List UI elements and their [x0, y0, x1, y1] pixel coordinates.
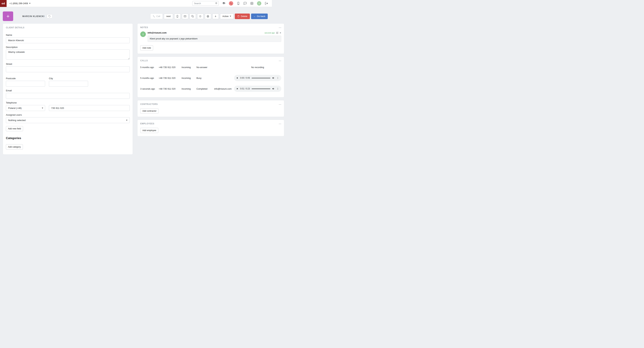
- city-field[interactable]: [49, 81, 88, 87]
- client-details-card: CLIENT DETAILS Name Description Ważny cz…: [3, 24, 133, 154]
- email-button[interactable]: [182, 14, 188, 19]
- volume-icon[interactable]: [272, 87, 275, 90]
- call-button[interactable]: Call: [150, 14, 163, 19]
- tags-button[interactable]: [47, 15, 52, 18]
- street-label: Street: [6, 63, 130, 65]
- collapse-icon[interactable]: —: [279, 122, 281, 125]
- email-field[interactable]: [6, 93, 130, 99]
- mobile-button[interactable]: [174, 14, 181, 19]
- user-avatar[interactable]: I: [257, 1, 261, 6]
- play-button[interactable]: [236, 77, 238, 79]
- print-button[interactable]: [205, 14, 211, 19]
- brand-logo: od: [0, 0, 6, 7]
- compress-button[interactable]: [197, 14, 204, 19]
- client-details-title: CLIENT DETAILS: [6, 26, 24, 29]
- note-item: I info@riseuni.com second ago ×: [140, 32, 281, 42]
- copy-button[interactable]: [190, 14, 196, 19]
- contractors-card: CONTRACTORS — Add contractor: [137, 100, 284, 117]
- call-number: +48 735 911 020: [159, 66, 179, 69]
- education-icon[interactable]: [222, 2, 226, 5]
- employees-card: EMPLOYEES — Add employee: [137, 120, 284, 136]
- add-employee-button[interactable]: Add employee: [140, 128, 158, 133]
- main-content: CLIENT DETAILS Name Description Ważny cz…: [0, 24, 272, 159]
- trash-icon: [237, 15, 240, 18]
- assigned-users-dropdown[interactable]: Nothing selected: [6, 117, 130, 123]
- player-menu-icon[interactable]: [276, 77, 279, 79]
- go-back-button[interactable]: ← Go back: [251, 14, 268, 19]
- player-time: 0:00 / 0:05: [240, 77, 250, 79]
- name-field[interactable]: [6, 37, 130, 43]
- call-row: 3 seconds ago +48 735 911 020 Incoming C…: [140, 83, 281, 94]
- collapse-icon[interactable]: —: [279, 103, 281, 105]
- call-status: Completed: [196, 88, 212, 90]
- download-button[interactable]: [212, 14, 219, 19]
- call-status: Busy: [196, 77, 212, 79]
- email-label: Email: [6, 89, 130, 92]
- search-settings-icon[interactable]: [215, 2, 218, 4]
- add-client-button[interactable]: +: [3, 12, 13, 21]
- search-input[interactable]: [192, 1, 219, 6]
- arrow-left-icon: ←: [254, 15, 256, 18]
- grid-icon[interactable]: [250, 2, 254, 5]
- collapse-icon[interactable]: —: [279, 59, 281, 62]
- call-button-label: Call: [156, 15, 160, 18]
- top-navbar: od +1 (858) 299-2408: [0, 0, 272, 7]
- call-time: 5 months ago: [140, 77, 156, 79]
- chevron-down-icon: [126, 120, 128, 121]
- delete-button[interactable]: Delete: [235, 14, 250, 19]
- header-actions: Call next Active: [150, 14, 268, 19]
- search-box: [192, 1, 219, 6]
- call-row: 5 months ago +48 735 911 020 Incoming No…: [140, 62, 281, 73]
- go-back-label: Go back: [257, 15, 265, 18]
- postcode-field[interactable]: [6, 81, 45, 87]
- add-category-button[interactable]: Add category: [6, 144, 23, 149]
- chevron-down-icon: [29, 3, 30, 4]
- plus-icon: +: [6, 14, 10, 19]
- logout-icon[interactable]: [265, 2, 268, 5]
- employees-title: EMPLOYEES: [140, 122, 154, 125]
- call-row: 5 months ago +48 735 911 020 Incoming Bu…: [140, 73, 281, 83]
- add-contractor-button[interactable]: Add contractor: [140, 108, 158, 114]
- call-agent-email: info@riseuni.com: [214, 88, 232, 90]
- seek-bar[interactable]: [252, 89, 270, 89]
- call-time: 5 months ago: [140, 66, 156, 69]
- call-number: +48 735 911 020: [159, 77, 179, 79]
- active-dropdown[interactable]: Active: [220, 14, 234, 19]
- calls-title: CALLS: [140, 59, 148, 62]
- seek-bar[interactable]: [252, 78, 270, 78]
- country-code-select[interactable]: Poland (+48): [6, 105, 45, 111]
- add-note-button[interactable]: Add note: [140, 45, 153, 51]
- chevron-down-icon: [230, 16, 231, 17]
- volume-icon[interactable]: [272, 77, 275, 79]
- audio-player: 0:01 / 0:23: [234, 86, 281, 92]
- chat-icon[interactable]: [244, 2, 247, 5]
- edit-note-icon[interactable]: [276, 32, 278, 34]
- description-field[interactable]: Ważny człowiek: [6, 50, 130, 60]
- player-menu-icon[interactable]: [276, 88, 279, 90]
- caller-id-selector[interactable]: +1 (858) 299-2408: [9, 2, 30, 5]
- phone-status-icon[interactable]: [229, 1, 233, 6]
- street-field[interactable]: [6, 66, 130, 72]
- play-button[interactable]: [236, 88, 238, 90]
- call-number: +48 735 911 020: [159, 88, 179, 90]
- assigned-users-label: Assigned users: [6, 114, 130, 116]
- call-time: 3 seconds ago: [140, 88, 156, 90]
- next-button[interactable]: next: [164, 14, 173, 19]
- postcode-label: Postcode: [6, 77, 45, 80]
- active-dropdown-label: Active: [222, 15, 228, 18]
- add-new-field-button[interactable]: Add new field: [6, 126, 23, 131]
- mobile-icon[interactable]: [237, 2, 240, 5]
- note-avatar: I: [140, 32, 146, 37]
- call-direction: Incoming: [182, 77, 194, 79]
- telephone-field[interactable]: [49, 105, 130, 111]
- note-text: Klient prosił aby cos poprawić z jego pi…: [148, 36, 281, 42]
- app-root: od +1 (858) 299-2408: [0, 0, 272, 159]
- page-header: + MARCIN KLIENCKI Call next: [0, 7, 272, 24]
- caller-id-number: +1 (858) 299-2408: [9, 2, 28, 5]
- delete-note-icon[interactable]: ×: [280, 32, 281, 34]
- collapse-icon[interactable]: —: [279, 26, 281, 29]
- player-time: 0:01 / 0:23: [240, 88, 250, 90]
- notes-card: NOTES — I info@riseuni.com second ago: [137, 24, 284, 54]
- telephone-label: Telephone: [6, 101, 130, 104]
- categories-title: Categories: [6, 136, 130, 140]
